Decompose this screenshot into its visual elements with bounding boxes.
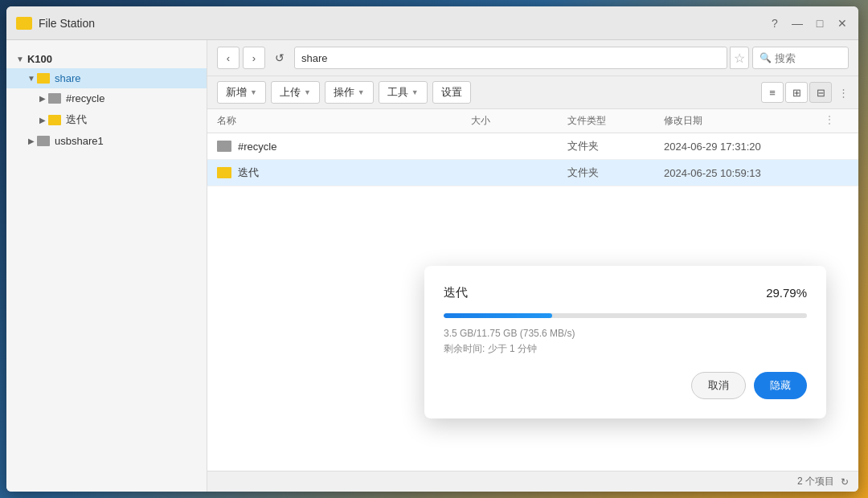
app-icon [16, 17, 32, 30]
tools-button-label: 工具 [387, 85, 408, 100]
sidebar-iterate-label: 迭代 [66, 112, 200, 127]
header-date: 修改日期 [664, 114, 825, 128]
iterate-folder-icon [48, 115, 61, 125]
progress-percent: 29.79% [766, 286, 807, 300]
cancel-button[interactable]: 取消 [691, 372, 746, 399]
tools-button[interactable]: 工具 ▼ [379, 81, 428, 104]
file-date-recycle: 2024-06-29 17:31:20 [664, 141, 825, 153]
sidebar-root-label: K100 [27, 53, 52, 65]
progress-title: 迭代 [444, 285, 468, 300]
file-date-iterate: 2024-06-25 10:59:13 [664, 167, 825, 179]
list-view-button[interactable]: ≡ [761, 82, 784, 103]
bookmark-button[interactable]: ☆ [730, 47, 749, 69]
progress-dialog: 迭代 29.79% 3.5 GB/11.75 GB (735.6 MB/s) 剩… [424, 266, 826, 418]
spacer [833, 82, 837, 103]
navigation-toolbar: ‹ › ↺ ☆ 🔍 [207, 40, 858, 76]
search-input[interactable] [775, 52, 839, 64]
root-arrow-icon: ▼ [16, 55, 24, 63]
upload-button[interactable]: 上传 ▼ [271, 81, 320, 104]
close-button[interactable]: ✕ [836, 17, 849, 30]
more-options-icon[interactable]: ⋮ [838, 82, 849, 103]
sidebar-usbshare1-label: usbshare1 [55, 135, 200, 147]
header-more[interactable]: ⋮ [825, 114, 849, 128]
table-row[interactable]: #recycle 文件夹 2024-06-29 17:31:20 [207, 133, 858, 160]
progress-buttons: 取消 隐藏 [444, 372, 807, 399]
sidebar: ▼ K100 ▼ share ▶ #recycle ▶ 迭代 [6, 40, 207, 492]
recycle-arrow: ▶ [37, 93, 48, 104]
file-name-iterate: 迭代 [238, 165, 259, 180]
upload-dropdown-arrow: ▼ [304, 88, 311, 96]
tools-dropdown-arrow: ▼ [411, 88, 419, 96]
minimize-button[interactable]: — [791, 17, 804, 30]
window-controls: ? — □ ✕ [768, 17, 849, 30]
hide-button[interactable]: 隐藏 [754, 372, 807, 399]
recycle-folder-icon [48, 93, 61, 104]
share-expand-arrow: ▼ [26, 73, 37, 84]
header-size: 大小 [471, 114, 567, 128]
file-type-iterate: 文件夹 [567, 165, 664, 180]
recycle-file-icon [217, 141, 231, 152]
sidebar-item-recycle[interactable]: ▶ #recycle [6, 88, 207, 108]
usbshare1-folder-icon [37, 136, 50, 146]
sidebar-item-usbshare1[interactable]: ▶ usbshare1 [6, 131, 207, 151]
iterate-file-icon [217, 167, 231, 178]
file-table-header: 名称 大小 文件类型 修改日期 ⋮ [207, 109, 858, 133]
file-name-cell-recycle: #recycle [217, 141, 471, 153]
address-bar-input[interactable] [294, 47, 727, 69]
new-button[interactable]: 新增 ▼ [217, 81, 266, 104]
view-controls: ≡ ⊞ ⊟ ⋮ [761, 82, 849, 103]
search-bar[interactable]: 🔍 [752, 47, 849, 69]
header-name: 名称 [217, 114, 471, 128]
settings-button[interactable]: 设置 [432, 81, 471, 104]
new-dropdown-arrow: ▼ [250, 88, 257, 96]
forward-button[interactable]: › [243, 47, 265, 69]
sidebar-recycle-label: #recycle [66, 92, 200, 104]
sidebar-root-k100[interactable]: ▼ K100 [6, 47, 207, 68]
right-panel: ‹ › ↺ ☆ 🔍 新增 ▼ 上传 ▼ [207, 40, 858, 492]
status-refresh-button[interactable]: ↻ [841, 476, 849, 488]
progress-bar-background [444, 313, 807, 318]
file-name-cell-iterate: 迭代 [217, 165, 471, 180]
new-button-label: 新增 [226, 85, 247, 100]
file-name-recycle: #recycle [238, 141, 276, 153]
detail-view-button[interactable]: ⊟ [809, 82, 832, 103]
title-bar: File Station ? — □ ✕ [6, 6, 858, 40]
sidebar-item-share[interactable]: ▼ share [6, 68, 207, 88]
status-bar: 2 个项目 ↻ [207, 471, 858, 492]
progress-header: 迭代 29.79% [444, 285, 807, 300]
sidebar-share-label: share [55, 72, 200, 84]
progress-time-remaining: 剩余时间: 少于 1 分钟 [444, 342, 807, 356]
iterate-arrow: ▶ [37, 114, 48, 125]
usbshare1-arrow: ▶ [26, 136, 37, 147]
share-folder-icon [37, 73, 50, 84]
search-icon: 🔍 [760, 52, 772, 63]
progress-size-info: 3.5 GB/11.75 GB (735.6 MB/s) [444, 328, 807, 339]
sidebar-item-iterate[interactable]: ▶ 迭代 [6, 108, 207, 131]
refresh-button[interactable]: ↺ [268, 47, 291, 69]
settings-button-label: 设置 [441, 85, 462, 100]
app-title: File Station [39, 17, 768, 30]
main-content: ▼ K100 ▼ share ▶ #recycle ▶ 迭代 [6, 40, 858, 492]
upload-button-label: 上传 [280, 85, 301, 100]
header-type: 文件类型 [567, 114, 664, 128]
help-button[interactable]: ? [768, 17, 781, 30]
file-type-recycle: 文件夹 [567, 139, 664, 153]
table-row[interactable]: 迭代 文件夹 2024-06-25 10:59:13 [207, 160, 858, 186]
action-bar: 新增 ▼ 上传 ▼ 操作 ▼ 工具 ▼ 设置 [207, 76, 858, 109]
operate-dropdown-arrow: ▼ [358, 88, 365, 96]
progress-bar-fill [444, 313, 552, 318]
items-count: 2 个项目 [797, 475, 834, 488]
operate-button[interactable]: 操作 ▼ [325, 81, 374, 104]
maximize-button[interactable]: □ [813, 17, 826, 30]
operate-button-label: 操作 [334, 85, 354, 100]
grid-view-button[interactable]: ⊞ [785, 82, 808, 103]
back-button[interactable]: ‹ [217, 47, 240, 69]
app-window: File Station ? — □ ✕ ▼ K100 ▼ share ▶ [6, 6, 858, 492]
file-list-area: 名称 大小 文件类型 修改日期 ⋮ #recycle 文件夹 2024-06-2… [207, 109, 858, 471]
